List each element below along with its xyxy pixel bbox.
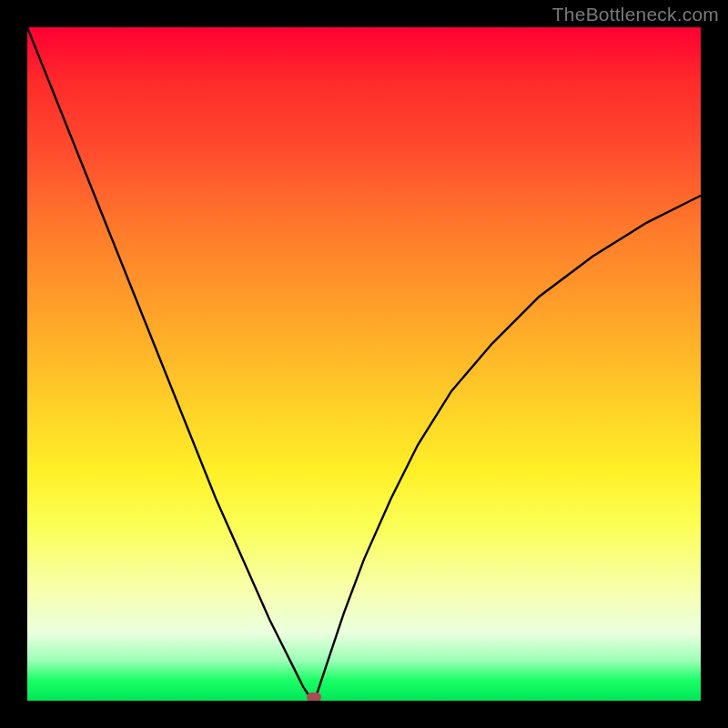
curve-left-segment (27, 27, 310, 697)
bottleneck-curve (27, 27, 701, 701)
chart-frame: TheBottleneck.com (0, 0, 728, 728)
plot-area (27, 27, 701, 701)
watermark-text: TheBottleneck.com (552, 4, 719, 25)
curve-right-segment (317, 196, 701, 694)
minimum-marker (307, 693, 321, 701)
